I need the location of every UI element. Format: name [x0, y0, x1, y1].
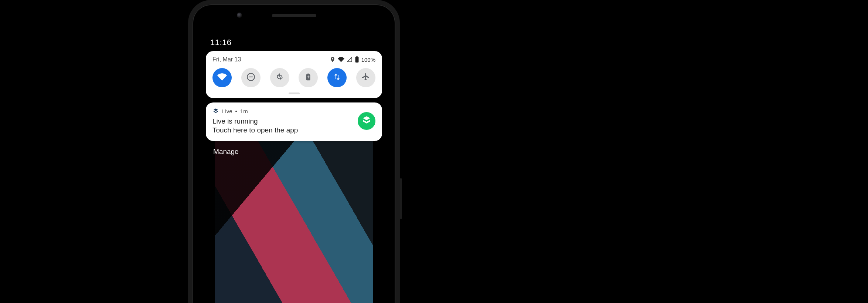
phone-device-frame: 11:16 Fri, Mar 13	[188, 0, 400, 303]
wifi-icon	[217, 72, 227, 83]
svg-rect-1	[356, 56, 358, 57]
battery-full-icon	[355, 56, 359, 63]
phone-earpiece	[272, 14, 316, 17]
mobile-data-icon	[333, 73, 341, 83]
do-not-disturb-icon	[246, 72, 256, 83]
stack-cube-icon	[212, 108, 219, 114]
cell-signal-icon	[347, 57, 353, 63]
qs-tile-airplane-mode[interactable]	[356, 68, 375, 87]
quick-settings-tiles-row	[212, 68, 375, 87]
notification-large-icon	[358, 112, 375, 130]
qs-tile-auto-rotate[interactable]	[270, 68, 289, 87]
manage-notifications-button[interactable]: Manage	[213, 148, 239, 155]
airplane-mode-icon	[361, 73, 370, 83]
quick-settings-panel[interactable]: Fri, Mar 13 1	[206, 51, 382, 98]
battery-percent-text: 100%	[361, 57, 375, 63]
wifi-full-icon	[338, 56, 344, 63]
stack-cube-icon	[362, 115, 371, 127]
phone-front-camera	[237, 13, 242, 18]
notification-age: 1m	[240, 108, 248, 114]
quick-settings-date: Fri, Mar 13	[212, 56, 241, 63]
notification-title: Live is running	[212, 117, 353, 125]
qs-tile-do-not-disturb[interactable]	[241, 68, 261, 87]
qs-tile-wifi[interactable]	[212, 68, 232, 87]
phone-power-button	[400, 178, 402, 219]
svg-rect-0	[355, 57, 358, 63]
notification-separator: •	[235, 108, 237, 114]
status-icons-group: 100%	[330, 56, 375, 63]
qs-tile-battery-saver[interactable]	[299, 68, 318, 87]
statusbar-time: 11:16	[204, 30, 384, 51]
location-icon	[330, 57, 336, 63]
auto-rotate-icon	[275, 73, 284, 83]
notification-card[interactable]: Live • 1m Live is running Touch here to …	[206, 102, 382, 141]
notification-body: Touch here to open the app	[212, 126, 353, 134]
battery-saver-icon	[304, 73, 312, 83]
notification-header: Live • 1m	[212, 108, 353, 114]
qs-tile-mobile-data[interactable]	[327, 68, 347, 87]
phone-screen: 11:16 Fri, Mar 13	[204, 30, 384, 303]
quick-settings-expand-handle[interactable]	[289, 92, 300, 94]
notification-app-name: Live	[222, 108, 232, 114]
